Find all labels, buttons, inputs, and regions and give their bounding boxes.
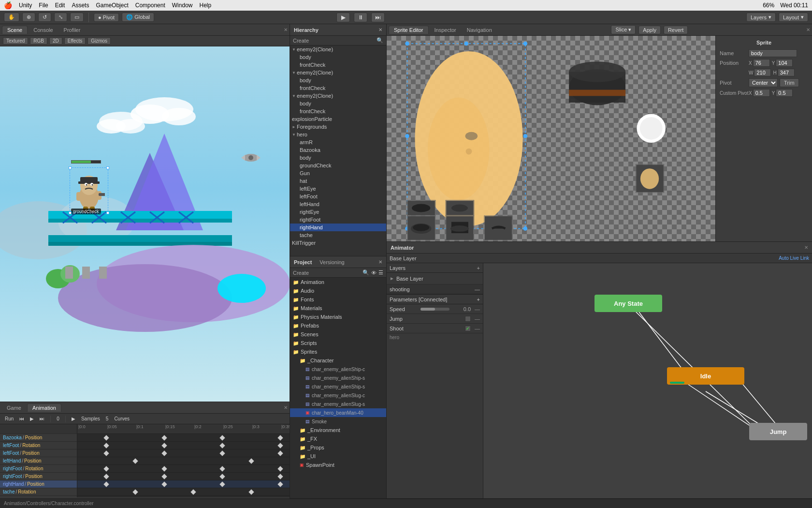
h-frontcheck-2[interactable]: frontCheck — [290, 84, 386, 92]
p-physics-materials[interactable]: 📁Physics Materials — [290, 313, 386, 321]
effects-btn[interactable]: Effects — [64, 37, 86, 45]
p-audio[interactable]: 📁Audio — [290, 286, 386, 295]
keyframe[interactable] — [161, 466, 167, 471]
track-righthand-pos[interactable]: rightHand / Position — [0, 480, 77, 488]
shooting-minus-btn[interactable]: — — [475, 286, 480, 292]
hierarchy-close[interactable]: ✕ — [378, 27, 382, 32]
keyframe[interactable] — [219, 435, 225, 440]
height-input[interactable] — [778, 69, 795, 76]
h-righteye[interactable]: rightEye — [290, 208, 386, 216]
p-alien-ship-2[interactable]: ▤char_enemy_alienShip-s — [290, 374, 386, 382]
layer-base[interactable]: ► Base Layer — [387, 273, 483, 284]
track-leftfoot-rot[interactable]: leftFoot / Rotation — [0, 442, 77, 449]
keyframe[interactable] — [248, 489, 254, 494]
track-lefthand-pos[interactable]: leftHand / Position — [0, 457, 77, 465]
p-environment[interactable]: 📁_Environment — [290, 426, 386, 434]
tab-inspector[interactable]: Inspector — [430, 26, 461, 34]
tab-scene[interactable]: Scene — [2, 26, 28, 34]
keyframe[interactable] — [103, 450, 109, 456]
menu-gameobject[interactable]: GameObject — [96, 2, 128, 9]
menu-unity[interactable]: Unity — [19, 2, 32, 9]
h-groundcheck[interactable]: groundCheck — [290, 162, 386, 169]
p-ui[interactable]: 📁_UI — [290, 452, 386, 461]
any-state-node[interactable]: Any State — [594, 295, 662, 312]
keyframe[interactable] — [277, 435, 283, 440]
keyframe[interactable] — [219, 466, 225, 471]
project-list-btn[interactable]: ☰ — [378, 269, 383, 276]
scene-viewport[interactable]: groundCheck — [0, 46, 290, 402]
keyframe[interactable] — [161, 443, 167, 448]
width-input[interactable] — [754, 69, 771, 76]
keyframe[interactable] — [103, 481, 109, 487]
menu-edit[interactable]: Edit — [55, 2, 65, 9]
p-sprites[interactable]: 📁Sprites — [290, 347, 386, 356]
project-create-btn[interactable]: Create — [293, 270, 309, 276]
jump-state-node[interactable]: Jump — [749, 423, 807, 440]
jump-minus-btn[interactable]: — — [475, 316, 480, 322]
h-bazooka[interactable]: Bazooka — [290, 146, 386, 154]
keyframe[interactable] — [161, 474, 167, 479]
keyframe[interactable] — [103, 435, 109, 440]
p-scripts[interactable]: 📁Scripts — [290, 339, 386, 347]
keyframe[interactable] — [103, 466, 109, 471]
h-enemy2-clone-2[interactable]: ▼ enemy2(Clone) — [290, 69, 386, 76]
p-scenes[interactable]: 📁Scenes — [290, 330, 386, 339]
project-versioning-tab[interactable]: Versioning — [319, 259, 344, 265]
p-smoke[interactable]: ▤Smoke — [290, 417, 386, 426]
layers-dropdown[interactable]: Layers ▾ — [746, 13, 776, 22]
animator-graph[interactable]: Any State Idle Jump — [483, 263, 812, 508]
h-foregrounds[interactable]: ► Foregrounds — [290, 123, 386, 131]
keyframe[interactable] — [277, 450, 283, 456]
tab-game[interactable]: Game — [2, 404, 26, 412]
h-lefteye[interactable]: leftEye — [290, 185, 386, 193]
pivot-select[interactable]: Center — [749, 78, 778, 87]
animator-close[interactable]: ✕ — [804, 245, 808, 250]
track-rightfoot-pos[interactable]: rightFoot / Position — [0, 473, 77, 480]
sprite-editor-close[interactable]: ✕ — [806, 27, 810, 32]
menu-help[interactable]: Help — [199, 2, 211, 9]
keyframe[interactable] — [277, 443, 283, 448]
p-alien-slug-2[interactable]: ▤char_enemy_alienSlug-s — [290, 400, 386, 408]
shoot-checkbox[interactable]: ✓ — [465, 326, 471, 331]
h-armR[interactable]: armR — [290, 138, 386, 146]
p-spawnpoint[interactable]: ▣SpawnPoint — [290, 461, 386, 469]
h-tache[interactable]: tache — [290, 231, 386, 239]
cy-input[interactable] — [776, 89, 793, 97]
anim-next-key[interactable]: ⏭ — [38, 416, 46, 422]
h-righthand[interactable]: rightHand — [290, 224, 386, 231]
name-input[interactable] — [749, 49, 797, 57]
keyframe[interactable] — [161, 450, 167, 456]
trim-button[interactable]: Trim — [780, 78, 799, 87]
keyframe[interactable] — [132, 458, 138, 463]
keyframe[interactable] — [219, 474, 225, 479]
p-animation[interactable]: 📁Animation — [290, 278, 386, 286]
project-search-btn[interactable]: 🔍 — [362, 269, 369, 276]
hierarchy-content[interactable]: ▼ enemy2(Clone) body frontCheck ▼ enemy2… — [290, 45, 386, 256]
keyframe[interactable] — [277, 466, 283, 471]
tab-console[interactable]: Console — [29, 26, 58, 34]
move-tool-btn[interactable]: ⊕ — [22, 13, 35, 22]
track-leftfoot-pos[interactable]: leftFoot / Position — [0, 449, 77, 457]
project-eye-btn[interactable]: 👁 — [371, 270, 377, 276]
scale-tool-btn[interactable]: ⤡ — [54, 13, 67, 22]
h-gun[interactable]: Gun — [290, 169, 386, 177]
anim-panel-close[interactable]: ✕ — [284, 405, 288, 410]
menu-assets[interactable]: Assets — [72, 2, 89, 9]
anim-play[interactable]: ▶ — [28, 416, 36, 422]
pos-y-input[interactable] — [776, 59, 793, 67]
h-body-2[interactable]: body — [290, 76, 386, 84]
track-bazooka-pos[interactable]: Bazooka / Position — [0, 434, 77, 442]
h-lefthand[interactable]: leftHand — [290, 200, 386, 208]
rotate-tool-btn[interactable]: ↺ — [38, 13, 51, 22]
h-body-hero[interactable]: body — [290, 154, 386, 162]
keyframe[interactable] — [219, 443, 225, 448]
p-character[interactable]: 📁_Character — [290, 356, 386, 365]
global-btn[interactable]: 🌐 Global — [122, 13, 154, 22]
speed-slider[interactable] — [420, 308, 450, 311]
anim-prev-key[interactable]: ⏮ — [17, 416, 26, 422]
p-fonts[interactable]: 📁Fonts — [290, 295, 386, 304]
cx-input[interactable] — [753, 89, 770, 97]
jump-checkbox[interactable] — [465, 316, 471, 322]
project-close[interactable]: ✕ — [378, 259, 382, 265]
params-add-btn[interactable]: + — [477, 297, 480, 302]
